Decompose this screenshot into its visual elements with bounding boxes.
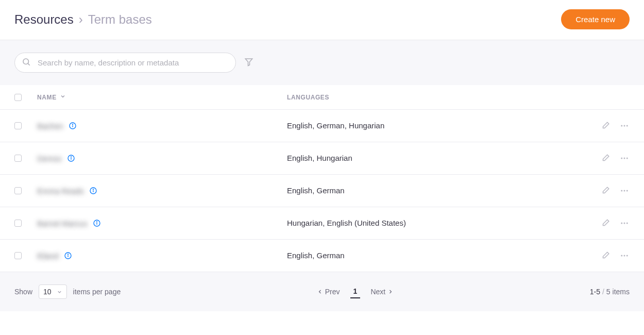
search-input[interactable] (14, 53, 236, 73)
total-separator: / (602, 288, 604, 296)
info-icon[interactable] (69, 122, 77, 130)
table-row[interactable]: Bachen English, German, Hungarian (0, 110, 644, 142)
breadcrumb-separator: › (79, 12, 83, 27)
row-checkbox[interactable] (14, 155, 22, 162)
info-icon[interactable] (93, 219, 101, 227)
row-languages: English, German (287, 251, 345, 260)
table-row[interactable]: Barnet Marcus Hungarian, English (United… (0, 207, 644, 240)
chevron-down-icon (57, 289, 62, 295)
svg-point-7 (624, 125, 625, 127)
edit-icon[interactable] (601, 154, 610, 163)
row-name[interactable]: Eiland (37, 252, 59, 260)
svg-point-14 (626, 158, 628, 159)
create-new-button[interactable]: Create new (561, 9, 630, 29)
svg-point-5 (72, 124, 73, 125)
table-row[interactable]: Demos English, Hungarian (0, 142, 644, 175)
chevron-left-icon (317, 289, 323, 295)
info-icon[interactable] (64, 252, 72, 260)
chevron-down-icon (60, 93, 66, 101)
svg-point-0 (23, 59, 29, 64)
edit-icon[interactable] (601, 121, 610, 130)
chevron-right-icon (387, 289, 394, 295)
current-page[interactable]: 1 (350, 285, 361, 298)
row-name[interactable]: Bachen (37, 122, 63, 130)
svg-point-32 (626, 255, 628, 257)
prev-label: Prev (325, 288, 340, 296)
svg-point-25 (624, 223, 625, 224)
row-languages: English, Hungarian (287, 154, 352, 162)
row-languages: English, German (287, 186, 345, 195)
table-row[interactable]: Eiland English, German (0, 240, 644, 272)
svg-point-19 (624, 190, 625, 192)
svg-point-29 (67, 254, 68, 255)
range-label: 1-5 (590, 288, 600, 296)
show-label: Show (14, 288, 32, 296)
page-size-value: 10 (43, 288, 52, 296)
svg-point-23 (96, 222, 97, 222)
column-header-name[interactable]: NAME (37, 93, 287, 101)
search-icon (22, 57, 31, 69)
svg-point-31 (624, 255, 625, 257)
more-icon[interactable] (619, 219, 630, 228)
row-checkbox[interactable] (14, 252, 22, 259)
breadcrumb-current: Term bases (88, 12, 152, 27)
row-checkbox[interactable] (14, 187, 22, 194)
svg-point-30 (621, 255, 622, 257)
table-row[interactable]: Emma Reads English, German (0, 175, 644, 207)
total-items-label: 5 items (606, 288, 630, 296)
svg-point-6 (621, 125, 622, 127)
select-all-checkbox[interactable] (14, 94, 22, 101)
breadcrumb: Resources › Term bases (14, 12, 152, 27)
svg-point-18 (621, 190, 622, 192)
svg-point-11 (71, 157, 71, 157)
row-name[interactable]: Emma Reads (37, 187, 84, 195)
svg-point-26 (626, 223, 628, 224)
row-checkbox[interactable] (14, 122, 22, 129)
svg-point-8 (626, 125, 628, 127)
svg-point-13 (624, 158, 625, 159)
items-per-page-label: items per page (73, 288, 121, 296)
row-languages: Hungarian, English (United States) (287, 219, 406, 227)
info-icon[interactable] (89, 187, 97, 195)
column-name-label: NAME (37, 94, 57, 101)
more-icon[interactable] (619, 251, 630, 260)
svg-point-20 (626, 190, 628, 192)
svg-marker-2 (245, 59, 252, 66)
svg-line-1 (28, 63, 29, 65)
next-page-button[interactable]: Next (370, 288, 394, 296)
next-label: Next (370, 288, 385, 296)
edit-icon[interactable] (601, 251, 610, 260)
row-name[interactable]: Barnet Marcus (37, 219, 88, 228)
page-size-select[interactable]: 10 (39, 284, 67, 299)
filter-icon[interactable] (244, 57, 253, 69)
row-languages: English, German, Hungarian (287, 121, 384, 130)
svg-point-12 (621, 158, 622, 159)
svg-point-24 (621, 223, 622, 224)
row-name[interactable]: Demos (37, 154, 62, 163)
edit-icon[interactable] (601, 219, 610, 228)
column-header-languages: LANGUAGES (287, 94, 583, 101)
info-icon[interactable] (67, 154, 75, 162)
breadcrumb-root[interactable]: Resources (14, 12, 74, 27)
svg-point-17 (93, 189, 93, 190)
more-icon[interactable] (619, 121, 630, 130)
edit-icon[interactable] (601, 186, 610, 195)
row-checkbox[interactable] (14, 220, 22, 227)
more-icon[interactable] (619, 186, 630, 195)
more-icon[interactable] (619, 154, 630, 163)
prev-page-button[interactable]: Prev (317, 288, 340, 296)
